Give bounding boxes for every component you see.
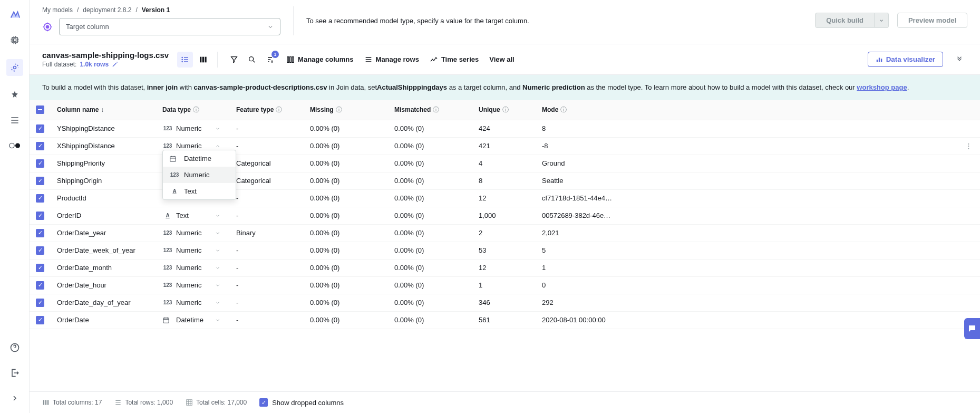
info-icon[interactable]: ⓘ [193,106,199,113]
svg-rect-19 [878,57,879,62]
cell-missing: 0.00% (0) [304,276,388,294]
cell-column-name: OrderDate_week_of_year [51,242,156,259]
toggle-icon[interactable] [8,139,21,152]
chevron-down-icon[interactable] [215,300,224,305]
chevron-down-icon[interactable] [215,318,224,323]
grid-view-icon[interactable] [195,52,211,68]
row-checkbox[interactable] [36,229,44,237]
manage-rows-link[interactable]: Manage rows [364,55,419,64]
cell-feature-type: Categorical [230,172,304,189]
breadcrumb: My models / deployment 2.8.2 / Version 1 [42,6,280,14]
cell-column-name: OrderDate_month [51,259,156,276]
data-type-cell[interactable]: Datetime [162,316,224,324]
data-visualizer-button[interactable]: Data visualizer [868,52,943,67]
breadcrumb-my-models[interactable]: My models [42,6,73,14]
dropdown-option-numeric[interactable]: 123Numeric [163,167,236,183]
quick-build-caret[interactable] [875,13,889,28]
chevron-up-icon[interactable] [215,143,224,149]
dataset-rows-link[interactable]: 1.0k rows [80,61,109,68]
data-type-cell[interactable]: 123Numeric [162,281,224,289]
filter-icon[interactable] [226,52,242,68]
info-icon[interactable]: ⓘ [433,106,439,113]
info-icon[interactable]: ⓘ [560,106,567,113]
recommend-text: To see a recommended model type, specify… [306,6,815,25]
data-type-cell[interactable]: AText [162,212,224,219]
data-type-cell[interactable]: 123Numeric [162,124,224,132]
workshop-page-link[interactable]: workshop page [857,83,907,91]
list-view-icon[interactable] [177,52,193,68]
show-dropped-toggle[interactable]: Show dropped columns [259,398,344,407]
svg-rect-25 [47,400,48,405]
header-column-name[interactable]: Column name [57,106,99,113]
cell-unique: 12 [472,259,536,276]
quick-build-button[interactable]: Quick build [815,13,875,28]
expand-sidebar-icon[interactable] [8,392,21,405]
table-row: XShippingDistance 123Numeric Datetime 12… [30,137,980,155]
cell-mismatched: 0.00% (0) [388,189,472,207]
svg-rect-12 [202,56,204,62]
chevron-down-icon[interactable] [215,230,224,236]
star-icon[interactable] [8,89,21,101]
row-checkbox[interactable] [36,142,44,150]
time-series-link[interactable]: Time series [430,55,479,64]
expand-panel-icon[interactable] [952,52,967,68]
svg-rect-16 [290,56,292,62]
dropdown-option-text[interactable]: AText [163,183,236,199]
app-logo-icon[interactable] [8,8,21,21]
row-checkbox[interactable] [36,281,44,290]
row-checkbox[interactable] [36,124,44,133]
cell-mismatched: 0.00% (0) [388,137,472,155]
row-checkbox[interactable] [36,264,44,272]
data-type-cell[interactable]: 123Numeric [162,229,224,237]
chevron-down-icon[interactable] [215,126,224,131]
chip-icon[interactable] [8,34,21,46]
row-checkbox[interactable] [36,212,44,220]
tool-links: Manage columns Manage rows Time series V… [286,55,515,64]
chevron-down-icon[interactable] [215,213,224,218]
list-icon[interactable] [8,114,21,127]
chevron-down-icon[interactable] [215,283,224,288]
manage-columns-link[interactable]: Manage columns [286,55,353,64]
dropdown-option-datetime[interactable]: Datetime [163,150,236,167]
chat-fab-icon[interactable] [964,318,980,339]
datetime-type-icon [162,316,173,324]
target-column-select[interactable]: Target column [59,18,280,35]
data-type-cell[interactable]: 123Numeric [162,264,224,272]
logout-icon[interactable] [8,367,21,379]
data-type-cell[interactable]: 123Numeric [162,299,224,306]
data-type-cell[interactable]: 123Numeric [162,246,224,254]
row-checkbox[interactable] [36,246,44,255]
cell-unique: 8 [472,172,536,189]
search-icon[interactable] [244,52,260,68]
cell-mode: 292 [536,294,959,311]
preview-model-button[interactable]: Preview model [897,13,967,28]
cell-mismatched: 0.00% (0) [388,172,472,189]
row-checkbox[interactable] [36,177,44,185]
info-icon[interactable]: ⓘ [336,106,342,113]
build-icon[interactable] [6,59,23,76]
select-all-checkbox[interactable] [36,105,44,114]
view-all-link[interactable]: View all [489,55,514,63]
cell-feature-type: Binary [230,224,304,242]
table-row: OrderID AText - 0.00% (0) 0.00% (0) 1,00… [30,207,980,224]
svg-rect-0 [12,37,17,43]
edit-dataset-icon[interactable] [112,61,118,68]
row-more-icon[interactable]: ⋮ [965,142,972,150]
table-row: YShippingDistance 123Numeric - 0.00% (0)… [30,120,980,137]
chevron-down-icon[interactable] [215,248,224,253]
help-icon[interactable] [8,341,21,354]
info-icon[interactable]: ⓘ [276,106,282,113]
row-checkbox[interactable] [36,194,44,203]
time-series-label: Time series [441,55,479,63]
show-dropped-checkbox[interactable] [259,398,268,407]
chevron-down-icon[interactable] [215,265,224,271]
row-checkbox[interactable] [36,299,44,307]
cell-mismatched: 0.00% (0) [388,120,472,137]
sort-icon[interactable]: 1 [262,52,278,68]
info-icon[interactable]: ⓘ [502,106,509,113]
view-icons [177,52,218,68]
breadcrumb-deployment[interactable]: deployment 2.8.2 [83,6,131,14]
row-checkbox[interactable] [36,316,44,324]
data-type-cell[interactable]: 123Numeric Datetime 123Numeric AText [162,142,224,150]
row-checkbox[interactable] [36,159,44,168]
